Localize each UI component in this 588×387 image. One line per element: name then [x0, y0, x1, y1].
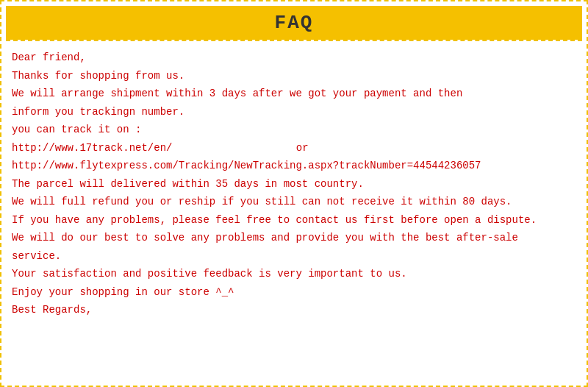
line-thanks: Thanks for shopping from us.	[12, 67, 576, 85]
line-enjoy: Enjoy your shopping in our store ^_^	[12, 283, 576, 302]
track-url1-or: or	[296, 142, 309, 154]
line-track-url2: http://www.flytexpress.com/Tracking/NewT…	[12, 157, 576, 175]
line-shipment2: inform you trackingn number.	[12, 103, 576, 121]
faq-content: Dear friend, Thanks for shopping from us…	[1, 41, 587, 327]
line-regards: Best Regards,	[12, 301, 576, 319]
line-service: service.	[12, 247, 576, 266]
line-dear-friend: Dear friend,	[12, 49, 576, 67]
line-refund: We will full refund you or reship if you…	[12, 193, 576, 211]
line-best1: We will do our best to solve any problem…	[12, 229, 576, 247]
line-track-url1: http://www.17track.net/en/ or	[12, 139, 576, 157]
track-url1-text: http://www.17track.net/en/	[12, 142, 172, 154]
line-track-intro: you can track it on :	[12, 121, 576, 139]
line-shipment1: We will arrange shipment within 3 days a…	[12, 85, 576, 103]
line-problems: If you have any problems, please feel fr…	[12, 211, 576, 230]
line-satisfaction: Your satisfaction and positive feedback …	[12, 265, 576, 283]
faq-header: FAQ	[6, 6, 582, 40]
faq-container: FAQ Dear friend, Thanks for shopping fro…	[0, 0, 588, 387]
faq-title: FAQ	[275, 12, 314, 34]
line-parcel: The parcel will delivered within 35 days…	[12, 175, 576, 194]
